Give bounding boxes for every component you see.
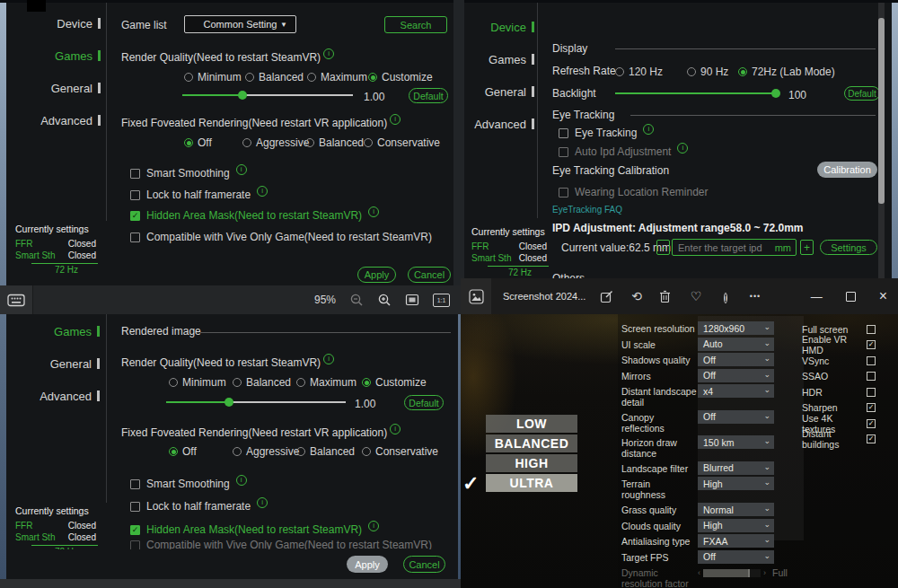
- apply-button[interactable]: Apply: [357, 267, 396, 283]
- sidebar-item-games[interactable]: Games: [55, 48, 101, 63]
- default-button[interactable]: Default: [404, 395, 444, 410]
- apply-button[interactable]: Apply: [347, 556, 388, 573]
- fit-screen-button[interactable]: [405, 294, 419, 306]
- checkbox-smart-smoothing[interactable]: Smart Smoothing: [130, 167, 247, 180]
- sidebar-item-advanced[interactable]: Advanced: [474, 117, 534, 131]
- cancel-button[interactable]: Cancel: [408, 267, 451, 283]
- eyetracking-faq-link[interactable]: EyeTracking FAQ: [552, 205, 622, 215]
- slider-thumb[interactable]: [771, 89, 780, 98]
- game-list-dropdown[interactable]: Common Setting ▼: [184, 15, 296, 33]
- radio-minimum[interactable]: Minimum: [169, 376, 226, 389]
- maximize-button[interactable]: [846, 292, 856, 302]
- checkbox-lock-to-half-framerate[interactable]: Lock to half framerate: [130, 189, 268, 201]
- dropdown-screen-resolution[interactable]: 1280x960⌄: [698, 321, 774, 335]
- calibration-button[interactable]: Calibration: [817, 162, 877, 178]
- option-hdr[interactable]: HDR: [802, 385, 876, 399]
- radio-minimum[interactable]: Minimum: [184, 71, 242, 83]
- zoom-out-button[interactable]: [349, 293, 364, 307]
- ipd-input[interactable]: [673, 242, 775, 253]
- radio-120-hz[interactable]: 120 Hz: [615, 66, 663, 78]
- rotate-button[interactable]: ⟲: [629, 290, 644, 303]
- dropdown-ui-scale[interactable]: Auto⌄: [698, 338, 774, 351]
- option-enable-vr-hmd[interactable]: Enable VR HMD: [802, 338, 876, 352]
- dropdown-target-fps[interactable]: Off⌄: [698, 550, 774, 564]
- radio-off[interactable]: Off: [184, 136, 212, 149]
- checkbox-wearing-location-reminder[interactable]: Wearing Location Reminder: [559, 186, 709, 198]
- dropdown-horizon-draw-distance[interactable]: 150 km⌄: [698, 435, 774, 449]
- radio-maximum[interactable]: Maximum: [296, 376, 357, 389]
- favorite-button[interactable]: ♡: [689, 290, 703, 303]
- radio-balanced[interactable]: Balanced: [305, 136, 364, 149]
- sidebar-item-advanced[interactable]: Advanced: [40, 389, 100, 403]
- sidebar-item-device[interactable]: Device: [490, 20, 534, 34]
- virtual-keyboard-button[interactable]: [0, 285, 33, 314]
- checkbox-hidden-area-mask-need-to-restart-steamvr[interactable]: Hidden Area Mask(Need to restart SteamVR…: [130, 523, 379, 536]
- radio-aggressive[interactable]: Aggressive: [233, 445, 299, 458]
- radio-72hz-lab-mode[interactable]: 72Hz (Lab Mode): [738, 66, 835, 78]
- option-ssao[interactable]: SSAO: [802, 370, 876, 383]
- scrollbar-track[interactable]: [878, 3, 885, 287]
- sidebar-item-device[interactable]: Device: [57, 16, 101, 31]
- preset-high[interactable]: HIGH: [486, 454, 577, 472]
- actual-size-button[interactable]: 1:1: [433, 294, 450, 307]
- radio-customize[interactable]: Customize: [362, 376, 427, 389]
- slider-handle-icon[interactable]: [748, 569, 750, 577]
- ipd-minus-button[interactable]: -: [656, 240, 670, 255]
- radio-conservative[interactable]: Conservative: [362, 445, 438, 458]
- more-button[interactable]: •••: [748, 292, 762, 301]
- preset-balanced[interactable]: BALANCED: [486, 434, 577, 452]
- zoom-in-button[interactable]: [377, 293, 392, 307]
- dropdown-canopy-reflections[interactable]: Off⌄: [698, 410, 774, 424]
- slider-thumb[interactable]: [224, 398, 233, 407]
- sidebar-item-general[interactable]: General: [50, 356, 100, 371]
- radio-balanced[interactable]: Balanced: [296, 445, 355, 458]
- render-scale-slider[interactable]: [166, 398, 346, 407]
- default-button[interactable]: Default: [844, 86, 880, 101]
- radio-balanced[interactable]: Balanced: [245, 71, 304, 83]
- scrollbar-thumb[interactable]: [878, 18, 885, 204]
- photos-app-button[interactable]: [461, 278, 491, 314]
- preset-low[interactable]: LOW: [486, 415, 577, 433]
- checkbox-lock-to-half-framerate[interactable]: Lock to half framerate: [130, 500, 268, 513]
- dropdown-grass-quality[interactable]: Normal⌄: [698, 503, 774, 516]
- checkbox-hidden-area-mask-need-to-restart-steamvr[interactable]: Hidden Area Mask(Need to restart SteamVR…: [130, 209, 379, 222]
- slider-thumb[interactable]: [238, 91, 247, 100]
- dropdown-distant-landscape-detail[interactable]: x4⌄: [698, 384, 774, 398]
- info-button[interactable]: i: [718, 288, 733, 304]
- checkbox-eye-tracking[interactable]: Eye Tracking: [559, 127, 654, 139]
- radio-off[interactable]: Off: [169, 445, 197, 458]
- delete-button[interactable]: [659, 290, 674, 303]
- default-button[interactable]: Default: [409, 88, 448, 103]
- dropdown-terrain-roughness[interactable]: High⌄: [698, 477, 774, 490]
- option-vsync[interactable]: VSync: [802, 354, 876, 367]
- sidebar-item-games[interactable]: Games: [54, 324, 100, 338]
- checkbox-auto-ipd-adjustment[interactable]: Auto Ipd Adjustment: [559, 145, 688, 158]
- radio-customize[interactable]: Customize: [368, 71, 433, 83]
- radio-conservative[interactable]: Conservative: [364, 136, 440, 149]
- radio-90-hz[interactable]: 90 Hz: [687, 66, 728, 78]
- slider-dynamic-resolution-factor[interactable]: ‹›Full: [698, 566, 788, 578]
- radio-maximum[interactable]: Maximum: [307, 71, 367, 83]
- sidebar-item-advanced[interactable]: Advanced: [40, 113, 101, 127]
- edit-button[interactable]: [600, 290, 614, 303]
- dropdown-clouds-quality[interactable]: High⌄: [698, 519, 774, 532]
- render-scale-slider[interactable]: [182, 91, 353, 100]
- sidebar-item-general[interactable]: General: [485, 84, 534, 99]
- sidebar-item-games[interactable]: Games: [489, 52, 534, 66]
- dropdown-shadows-quality[interactable]: Off⌄: [698, 353, 774, 366]
- radio-aggressive[interactable]: Aggressive: [242, 136, 309, 149]
- dropdown-mirrors[interactable]: Off⌄: [698, 369, 774, 382]
- option-distant-buildings[interactable]: Distant buildings: [802, 433, 876, 446]
- radio-balanced[interactable]: Balanced: [233, 376, 291, 389]
- ipd-settings-button[interactable]: Settings: [820, 240, 877, 255]
- checkbox-compatible-with-vive-only-game-need-to-restart-steamvr[interactable]: Compatible with Vive Only Game(Need to r…: [130, 231, 432, 243]
- preset-ultra[interactable]: ULTRA: [486, 474, 577, 492]
- dropdown-landscape-filter[interactable]: Blurred⌄: [698, 461, 774, 475]
- close-button[interactable]: ×: [879, 288, 887, 304]
- slider-track[interactable]: [703, 569, 761, 577]
- search-button[interactable]: Search: [384, 16, 447, 33]
- minimize-button[interactable]: —: [811, 290, 823, 303]
- checkbox-smart-smoothing[interactable]: Smart Smoothing: [130, 478, 247, 490]
- ipd-plus-button[interactable]: +: [800, 240, 814, 255]
- dropdown-antialiasing-type[interactable]: FXAA⌄: [698, 534, 774, 548]
